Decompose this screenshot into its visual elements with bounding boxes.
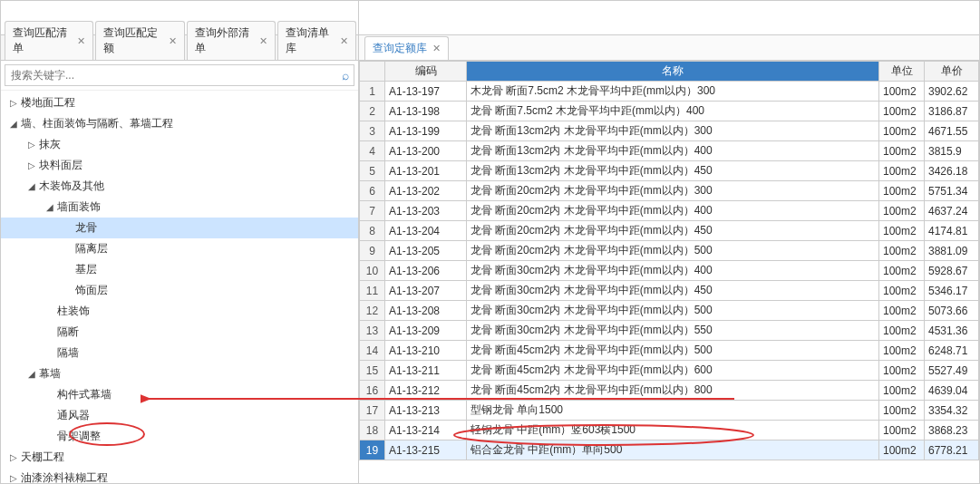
cell-price[interactable]: 4671.55 [925, 121, 979, 141]
cell-code[interactable]: A1-13-210 [385, 341, 467, 361]
cell-code[interactable]: A1-13-215 [385, 440, 467, 460]
cell-unit[interactable]: 100m2 [879, 281, 925, 301]
cell-unit[interactable]: 100m2 [879, 401, 925, 421]
cell-price[interactable]: 3902.62 [925, 82, 979, 102]
cell-price[interactable]: 4531.36 [925, 321, 979, 341]
close-icon[interactable]: ✕ [259, 35, 267, 47]
tree-toggle-icon[interactable]: ▷ [8, 98, 19, 108]
tree-item-11[interactable]: 隔断 [1, 322, 358, 343]
col-unit[interactable]: 单位 [879, 62, 925, 82]
tab-2[interactable]: 查询外部清单✕ [187, 21, 276, 60]
cell-name[interactable]: 龙骨 断面45cm2内 木龙骨平均中距(mm以内）800 [467, 381, 879, 401]
table-row[interactable]: 15A1-13-211龙骨 断面45cm2内 木龙骨平均中距(mm以内）6001… [360, 361, 979, 381]
cell-name[interactable]: 龙骨 断面13cm2内 木龙骨平均中距(mm以内）300 [467, 121, 879, 141]
close-icon[interactable]: ✕ [77, 35, 85, 47]
cell-unit[interactable]: 100m2 [879, 421, 925, 440]
table-row[interactable]: 10A1-13-206龙骨 断面30cm2内 木龙骨平均中距(mm以内）4001… [360, 261, 979, 281]
cell-price[interactable]: 4637.24 [925, 201, 979, 221]
close-icon[interactable]: ✕ [340, 35, 348, 47]
cell-code[interactable]: A1-13-203 [385, 201, 467, 221]
tree-item-17[interactable]: ▷天棚工程 [1, 447, 358, 468]
cell-unit[interactable]: 100m2 [879, 82, 925, 102]
cell-name[interactable]: 龙骨 断面20cm2内 木龙骨平均中距(mm以内）500 [467, 241, 879, 261]
cell-unit[interactable]: 100m2 [879, 341, 925, 361]
tree-toggle-icon[interactable]: ◢ [26, 181, 37, 191]
cell-price[interactable]: 5346.17 [925, 281, 979, 301]
tree-item-16[interactable]: 骨架调整 [1, 426, 358, 447]
col-name[interactable]: 名称 [467, 62, 879, 82]
cell-name[interactable]: 龙骨 断面30cm2内 木龙骨平均中距(mm以内）550 [467, 321, 879, 341]
cell-unit[interactable]: 100m2 [879, 241, 925, 261]
cell-code[interactable]: A1-13-202 [385, 181, 467, 201]
cell-unit[interactable]: 100m2 [879, 141, 925, 161]
cell-name[interactable]: 龙骨 断面13cm2内 木龙骨平均中距(mm以内）450 [467, 161, 879, 181]
tree-item-3[interactable]: ▷块料面层 [1, 155, 358, 176]
cell-unit[interactable]: 100m2 [879, 201, 925, 221]
tree-item-18[interactable]: ▷油漆涂料裱糊工程 [1, 468, 358, 483]
cell-name[interactable]: 龙骨 断面30cm2内 木龙骨平均中距(mm以内）500 [467, 301, 879, 321]
cell-price[interactable]: 5073.66 [925, 301, 979, 321]
cell-name[interactable]: 龙骨 断面7.5cm2 木龙骨平均中距(mm以内）400 [467, 102, 879, 121]
table-row[interactable]: 3A1-13-199龙骨 断面13cm2内 木龙骨平均中距(mm以内）30010… [360, 121, 979, 141]
cell-unit[interactable]: 100m2 [879, 161, 925, 181]
cell-name[interactable]: 龙骨 断面20cm2内 木龙骨平均中距(mm以内）300 [467, 181, 879, 201]
table-row[interactable]: 18A1-13-214轻钢龙骨 中距(mm）竖603横1500100m23868… [360, 421, 979, 440]
table-row[interactable]: 7A1-13-203龙骨 断面20cm2内 木龙骨平均中距(mm以内）40010… [360, 201, 979, 221]
cell-name[interactable]: 轻钢龙骨 中距(mm）竖603横1500 [467, 421, 879, 440]
cell-name[interactable]: 龙骨 断面45cm2内 木龙骨平均中距(mm以内）500 [467, 341, 879, 361]
cell-price[interactable]: 3186.87 [925, 102, 979, 121]
cell-name[interactable]: 龙骨 断面20cm2内 木龙骨平均中距(mm以内）450 [467, 221, 879, 241]
tree-toggle-icon[interactable]: ▷ [26, 140, 37, 150]
cell-price[interactable]: 5928.67 [925, 261, 979, 281]
tree-item-7[interactable]: 隔离层 [1, 238, 358, 259]
tab-0[interactable]: 查询匹配清单✕ [5, 21, 93, 60]
cell-name[interactable]: 龙骨 断面13cm2内 木龙骨平均中距(mm以内）400 [467, 141, 879, 161]
tree-item-14[interactable]: 构件式幕墙 [1, 384, 358, 405]
cell-price[interactable]: 4639.04 [925, 381, 979, 401]
close-icon[interactable]: ✕ [169, 35, 177, 47]
cell-name[interactable]: 木龙骨 断面7.5cm2 木龙骨平均中距(mm以内）300 [467, 82, 879, 102]
cell-price[interactable]: 3354.32 [925, 401, 979, 421]
tree-item-13[interactable]: ◢幕墙 [1, 363, 358, 384]
cell-price[interactable]: 6778.21 [925, 440, 979, 460]
tab-3[interactable]: 查询清单库✕ [277, 21, 356, 60]
cell-price[interactable]: 3881.09 [925, 241, 979, 261]
search-icon[interactable]: ⌕ [342, 68, 349, 82]
cell-unit[interactable]: 100m2 [879, 121, 925, 141]
cell-code[interactable]: A1-13-197 [385, 82, 467, 102]
cell-code[interactable]: A1-13-212 [385, 381, 467, 401]
tree-toggle-icon[interactable]: ◢ [26, 369, 37, 379]
cell-price[interactable]: 5527.49 [925, 361, 979, 381]
cell-price[interactable]: 5751.34 [925, 181, 979, 201]
cell-name[interactable]: 龙骨 断面30cm2内 木龙骨平均中距(mm以内）400 [467, 261, 879, 281]
cell-code[interactable]: A1-13-199 [385, 121, 467, 141]
cell-unit[interactable]: 100m2 [879, 102, 925, 121]
table-row[interactable]: 12A1-13-208龙骨 断面30cm2内 木龙骨平均中距(mm以内）5001… [360, 301, 979, 321]
cell-price[interactable]: 3868.23 [925, 421, 979, 440]
tree-toggle-icon[interactable]: ◢ [44, 202, 55, 212]
table-row[interactable]: 2A1-13-198龙骨 断面7.5cm2 木龙骨平均中距(mm以内）40010… [360, 102, 979, 121]
cell-price[interactable]: 3815.9 [925, 141, 979, 161]
col-price[interactable]: 单价 [925, 62, 979, 82]
table-row[interactable]: 11A1-13-207龙骨 断面30cm2内 木龙骨平均中距(mm以内）4501… [360, 281, 979, 301]
tab-1[interactable]: 查询匹配定额✕ [95, 21, 184, 60]
tree-item-1[interactable]: ◢墙、柱面装饰与隔断、幕墙工程 [1, 113, 358, 134]
table-row[interactable]: 13A1-13-209龙骨 断面30cm2内 木龙骨平均中距(mm以内）5501… [360, 321, 979, 341]
tree-item-8[interactable]: 基层 [1, 259, 358, 280]
cell-unit[interactable]: 100m2 [879, 381, 925, 401]
cell-code[interactable]: A1-13-201 [385, 161, 467, 181]
search-input[interactable] [5, 64, 354, 86]
table-row[interactable]: 8A1-13-204龙骨 断面20cm2内 木龙骨平均中距(mm以内）45010… [360, 221, 979, 241]
cell-name[interactable]: 龙骨 断面20cm2内 木龙骨平均中距(mm以内）400 [467, 201, 879, 221]
cell-unit[interactable]: 100m2 [879, 181, 925, 201]
tree-toggle-icon[interactable]: ▷ [26, 160, 37, 170]
table-row[interactable]: 17A1-13-213型钢龙骨 单向1500100m23354.32 [360, 401, 979, 421]
cell-name[interactable]: 铝合金龙骨 中距(mm）单向500 [467, 440, 879, 460]
cell-code[interactable]: A1-13-204 [385, 221, 467, 241]
cell-price[interactable]: 3426.18 [925, 161, 979, 181]
cell-price[interactable]: 4174.81 [925, 221, 979, 241]
cell-unit[interactable]: 100m2 [879, 301, 925, 321]
cell-unit[interactable]: 100m2 [879, 261, 925, 281]
col-code[interactable]: 编码 [385, 62, 467, 82]
cell-unit[interactable]: 100m2 [879, 321, 925, 341]
